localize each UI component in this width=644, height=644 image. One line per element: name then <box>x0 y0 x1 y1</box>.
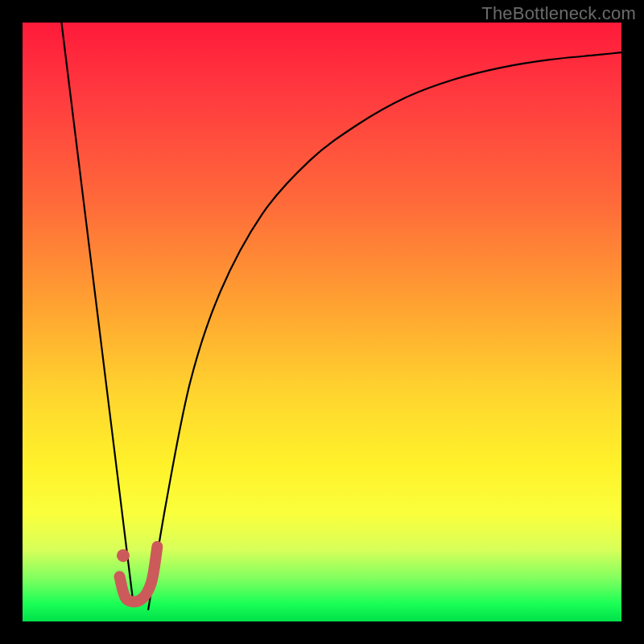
chart-frame: TheBottleneck.com <box>0 0 644 644</box>
watermark-text: TheBottleneck.com <box>481 3 636 24</box>
j-marker-dot <box>117 549 130 562</box>
plot-area <box>23 23 621 621</box>
right-rising-curve <box>148 52 621 609</box>
left-descending-line <box>61 23 133 604</box>
curves-svg <box>23 23 621 621</box>
